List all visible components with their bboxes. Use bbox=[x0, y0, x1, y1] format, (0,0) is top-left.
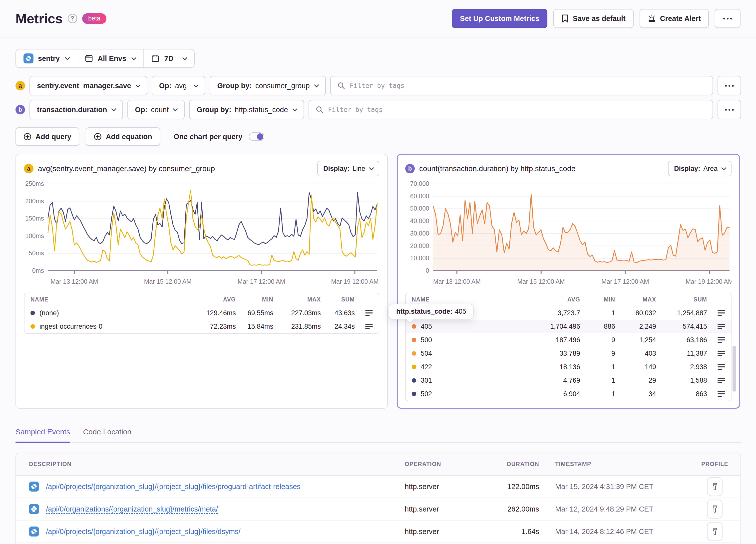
col-min: MIN bbox=[580, 296, 615, 303]
group-by-value: http.status_code bbox=[235, 106, 288, 114]
series-dot bbox=[412, 324, 416, 329]
create-alert-button[interactable]: Create Alert bbox=[640, 9, 709, 28]
series-row[interactable]: (none) 129.46ms 69.55ms 227.03ms 43.63s bbox=[24, 306, 379, 320]
focus-series-icon[interactable] bbox=[718, 391, 725, 397]
svg-text:60,000: 60,000 bbox=[410, 193, 429, 200]
series-name: 301 bbox=[421, 377, 432, 384]
series-row[interactable]: ingest-occurrences-0 72.23ms 15.84ms 231… bbox=[24, 320, 379, 333]
series-min: 1 bbox=[580, 377, 615, 384]
save-as-default-button[interactable]: Save as default bbox=[553, 9, 634, 28]
python-platform-icon bbox=[29, 504, 39, 514]
focus-series-icon[interactable] bbox=[718, 324, 725, 329]
add-query-button[interactable]: Add query bbox=[15, 127, 79, 146]
op-label: Op: bbox=[135, 106, 147, 114]
tag-filter-b[interactable] bbox=[309, 100, 713, 119]
profile-button[interactable] bbox=[707, 500, 723, 519]
event-timestamp: Mar 15, 2024 4:31:39 PM CET bbox=[539, 483, 689, 491]
op-select-a[interactable]: Op: avg bbox=[152, 76, 205, 95]
metric-select-a[interactable]: sentry.event_manager.save bbox=[29, 76, 147, 95]
query-overflow-button-b[interactable] bbox=[718, 100, 741, 119]
svg-text:250ms: 250ms bbox=[25, 180, 44, 187]
help-icon[interactable]: ? bbox=[68, 14, 77, 23]
display-type-select-b[interactable]: Display: Area bbox=[668, 161, 732, 176]
event-duration: 122.00ms bbox=[479, 483, 539, 491]
tag-filter-input[interactable] bbox=[328, 106, 706, 113]
tag-filter-a[interactable] bbox=[330, 76, 713, 95]
summary-header-row: NAME AVG MIN MAX SUM bbox=[24, 293, 379, 306]
event-link[interactable]: /api/0/organizations/{organization_slug}… bbox=[46, 505, 218, 513]
series-row[interactable]: 422 18.136 1 149 2,938 bbox=[406, 360, 731, 374]
svg-text:Mar 15 12:00 AM: Mar 15 12:00 AM bbox=[517, 278, 565, 285]
query-badge-a: a bbox=[15, 81, 25, 90]
chevron-down-icon bbox=[173, 106, 178, 111]
focus-series-icon[interactable] bbox=[718, 351, 725, 356]
add-equation-button[interactable]: Add equation bbox=[86, 127, 160, 146]
series-name: 504 bbox=[421, 350, 432, 357]
series-row[interactable]: 500 187.496 9 1,254 63,186 bbox=[406, 333, 731, 347]
focus-series-icon[interactable] bbox=[718, 310, 725, 316]
metric-select-b[interactable]: transaction.duration bbox=[29, 100, 123, 119]
display-value: Area bbox=[703, 165, 718, 173]
tag-filter-input[interactable] bbox=[350, 82, 706, 89]
col-timestamp: TIMESTAMP bbox=[539, 461, 689, 468]
series-dot bbox=[412, 378, 416, 383]
series-row[interactable]: 504 33.789 9 403 11,387 bbox=[406, 347, 731, 360]
profile-button[interactable] bbox=[707, 522, 723, 541]
summary-table-scrollbar[interactable] bbox=[733, 346, 736, 392]
group-by-select-a[interactable]: Group by: consumer_group bbox=[210, 76, 326, 95]
series-avg: 4.769 bbox=[511, 377, 580, 384]
series-sum: 574,415 bbox=[656, 323, 707, 330]
chevron-down-icon bbox=[292, 106, 297, 111]
chart-summary-table-a: NAME AVG MIN MAX SUM (none) 129.46ms 69.… bbox=[24, 293, 379, 334]
series-sum: 2,938 bbox=[656, 363, 707, 371]
chart-header-a: a avg(sentry.event_manager.save) by cons… bbox=[24, 161, 379, 176]
col-sum: SUM bbox=[656, 296, 707, 303]
line-chart-a[interactable]: 0ms50ms100ms150ms200ms250msMar 13 12:00 … bbox=[24, 179, 379, 287]
tab-code-location[interactable]: Code Location bbox=[83, 428, 131, 442]
focus-series-icon[interactable] bbox=[365, 324, 373, 329]
focus-series-icon[interactable] bbox=[718, 378, 725, 383]
series-name: 500 bbox=[421, 336, 432, 344]
series-min: 1 bbox=[580, 390, 615, 398]
focus-series-icon[interactable] bbox=[718, 337, 725, 343]
series-name: (none) bbox=[39, 309, 59, 317]
area-chart-b[interactable]: 010,00020,00030,00040,00050,00060,00070,… bbox=[405, 179, 732, 287]
query-overflow-button-a[interactable] bbox=[718, 76, 741, 95]
chevron-down-icon bbox=[369, 165, 374, 170]
environment-selector[interactable]: All Envs bbox=[77, 49, 143, 67]
col-sum: SUM bbox=[321, 296, 355, 303]
query-badge-b: b bbox=[405, 164, 415, 173]
display-type-select-a[interactable]: Display: Line bbox=[317, 161, 379, 176]
group-by-value: consumer_group bbox=[255, 82, 310, 90]
group-by-select-b[interactable]: Group by: http.status_code bbox=[189, 100, 304, 119]
series-row[interactable]: 502 6.904 1 34 863 bbox=[406, 387, 731, 401]
series-row[interactable]: 405 1,704.496 886 2,249 574,415 bbox=[406, 320, 731, 333]
environment-value: All Envs bbox=[98, 54, 126, 63]
series-avg: 18.136 bbox=[511, 363, 580, 371]
focus-series-icon[interactable] bbox=[718, 364, 725, 370]
query-actions: Add query Add equation One chart per que… bbox=[15, 127, 741, 146]
one-chart-per-query-toggle[interactable] bbox=[249, 132, 264, 141]
setup-custom-metrics-button[interactable]: Set Up Custom Metrics bbox=[452, 9, 547, 28]
tab-sampled-events[interactable]: Sampled Events bbox=[15, 428, 70, 442]
svg-text:0: 0 bbox=[426, 267, 429, 274]
col-profile: PROFILE bbox=[689, 461, 741, 468]
bookmark-icon bbox=[561, 14, 569, 23]
search-icon bbox=[316, 106, 324, 114]
event-row: /api/0/organizations/{organization_slug}… bbox=[16, 498, 741, 521]
event-link[interactable]: /api/0/projects/{organization_slug}/{pro… bbox=[46, 528, 241, 536]
series-max: 80,032 bbox=[615, 309, 656, 317]
svg-text:Mar 13 12:00 AM: Mar 13 12:00 AM bbox=[50, 278, 98, 285]
op-select-b[interactable]: Op: count bbox=[127, 100, 185, 119]
header-overflow-button[interactable] bbox=[715, 9, 741, 28]
time-range-selector[interactable]: 7D bbox=[143, 49, 194, 67]
focus-series-icon[interactable] bbox=[365, 310, 373, 316]
profile-button[interactable] bbox=[707, 477, 723, 496]
chart-panel-a: a avg(sentry.event_manager.save) by cons… bbox=[15, 154, 388, 409]
environment-icon bbox=[85, 54, 93, 63]
series-row[interactable]: 301 4.769 1 29 1,588 bbox=[406, 374, 731, 387]
project-selector[interactable]: sentry bbox=[16, 49, 77, 67]
svg-text:50,000: 50,000 bbox=[410, 205, 429, 212]
event-link[interactable]: /api/0/projects/{organization_slug}/{pro… bbox=[46, 483, 301, 491]
series-sum: 63,186 bbox=[656, 336, 707, 344]
